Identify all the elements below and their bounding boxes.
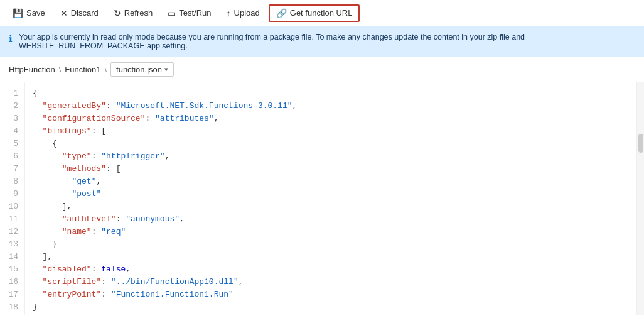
code-editor: 123456789101112131415161718 { "generated… (0, 82, 644, 315)
line-number: 12 (0, 226, 24, 238)
line-number: 2 (0, 100, 24, 112)
get-function-url-button[interactable]: 🔗 Get function URL (269, 4, 360, 22)
line-number: 4 (0, 125, 24, 138)
line-number: 18 (0, 301, 24, 314)
get-url-icon: 🔗 (276, 8, 287, 18)
discard-label: Discard (71, 8, 99, 18)
breadcrumb-part1: HttpFunction (9, 65, 55, 74)
refresh-icon: ↻ (114, 8, 121, 18)
save-button[interactable]: 💾 Save (6, 6, 51, 21)
code-line: } (33, 301, 636, 314)
save-label: Save (26, 8, 45, 18)
file-dropdown-label: function.json (116, 65, 162, 74)
line-number: 15 (0, 263, 24, 276)
save-icon: 💾 (13, 8, 23, 18)
code-line: { (33, 87, 636, 100)
upload-button[interactable]: ↑ Upload (220, 6, 266, 21)
testrun-label: Test/Run (179, 8, 211, 18)
breadcrumb: HttpFunction \ Function1 \ function.json… (0, 57, 644, 82)
code-line: ], (33, 200, 636, 213)
code-line: "methods": [ (33, 163, 636, 175)
line-number: 9 (0, 188, 24, 200)
upload-icon: ↑ (227, 8, 231, 18)
code-line: "type": "httpTrigger", (33, 150, 636, 163)
testrun-button[interactable]: ▭ Test/Run (161, 6, 217, 21)
code-line: "bindings": [ (33, 125, 636, 138)
code-line: "scriptFile": "../bin/FunctionApp10.dll"… (33, 276, 636, 288)
info-icon: ℹ (9, 33, 13, 45)
code-content[interactable]: { "generatedBy": "Microsoft.NET.Sdk.Func… (25, 82, 636, 315)
breadcrumb-sep2: \ (104, 65, 107, 74)
code-line: "get", (33, 175, 636, 188)
breadcrumb-sep1: \ (59, 65, 62, 74)
file-dropdown[interactable]: function.json ▾ (110, 62, 174, 77)
line-number: 5 (0, 138, 24, 150)
toolbar: 💾 Save ✕ Discard ↻ Refresh ▭ Test/Run ↑ … (0, 0, 644, 26)
code-line: "configurationSource": "attributes", (33, 112, 636, 125)
refresh-label: Refresh (124, 8, 153, 18)
line-number: 14 (0, 251, 24, 263)
code-line: { (33, 138, 636, 150)
testrun-icon: ▭ (168, 8, 176, 18)
line-number: 3 (0, 112, 24, 125)
scrollbar-thumb[interactable] (638, 134, 643, 153)
chevron-down-icon: ▾ (164, 65, 168, 74)
info-text: Your app is currently in read only mode … (19, 33, 635, 50)
line-numbers: 123456789101112131415161718 (0, 82, 25, 315)
code-line: "generatedBy": "Microsoft.NET.Sdk.Functi… (33, 100, 636, 112)
line-number: 7 (0, 163, 24, 175)
breadcrumb-part2: Function1 (65, 65, 100, 74)
discard-icon: ✕ (60, 8, 68, 18)
upload-label: Upload (234, 8, 260, 18)
line-number: 1 (0, 87, 24, 100)
line-number: 17 (0, 288, 24, 301)
discard-button[interactable]: ✕ Discard (54, 6, 105, 21)
code-line: "post" (33, 188, 636, 200)
line-number: 10 (0, 200, 24, 213)
code-line: } (33, 238, 636, 251)
info-banner: ℹ Your app is currently in read only mod… (0, 26, 644, 57)
code-line: "name": "req" (33, 226, 636, 238)
line-number: 6 (0, 150, 24, 163)
refresh-button[interactable]: ↻ Refresh (107, 6, 159, 21)
line-number: 8 (0, 175, 24, 188)
line-number: 13 (0, 238, 24, 251)
code-line: ], (33, 251, 636, 263)
code-line: "disabled": false, (33, 263, 636, 276)
line-number: 16 (0, 276, 24, 288)
get-function-url-label: Get function URL (290, 8, 353, 18)
code-line: "authLevel": "anonymous", (33, 213, 636, 226)
code-line: "entryPoint": "Function1.Function1.Run" (33, 288, 636, 301)
scrollbar[interactable] (636, 82, 644, 315)
line-number: 11 (0, 213, 24, 226)
